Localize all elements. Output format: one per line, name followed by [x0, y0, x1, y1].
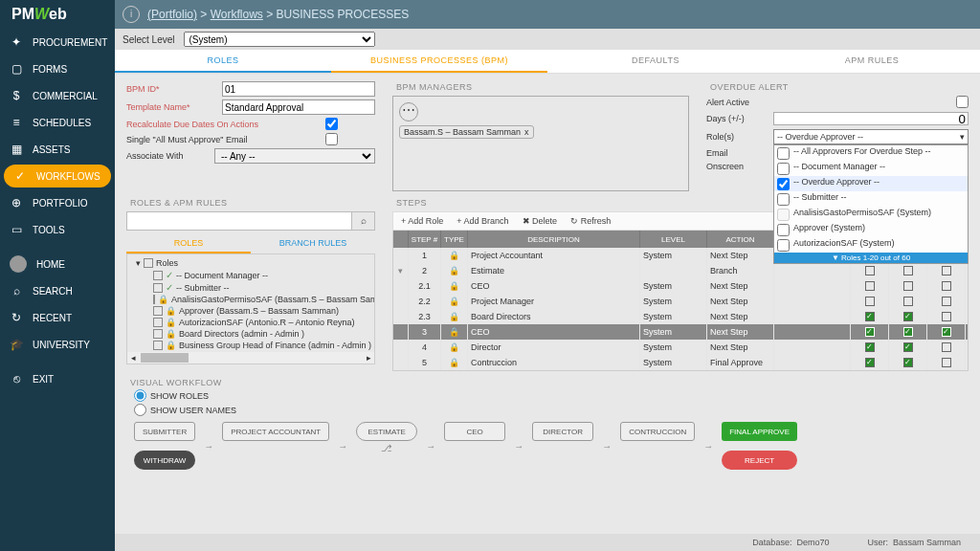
- arrow-icon: →: [425, 441, 436, 452]
- show-roles-radio[interactable]: [134, 389, 146, 402]
- nav-exit[interactable]: ⎋EXIT: [0, 365, 115, 392]
- info-icon[interactable]: i: [122, 6, 140, 23]
- nav-search[interactable]: ⌕SEARCH: [0, 277, 115, 304]
- roles-option[interactable]: AnalisisGastoPermisoSAF (System): [774, 207, 968, 222]
- nav-tools[interactable]: ▭TOOLS: [0, 216, 115, 243]
- list-icon: ≡: [10, 116, 23, 129]
- nav-portfolio[interactable]: ⊕PORTFOLIO: [0, 189, 115, 216]
- days-label: Days (+/-): [706, 114, 773, 123]
- steps-legend: STEPS: [392, 198, 431, 208]
- lock-icon: 🔒: [166, 329, 176, 339]
- bpm-managers-picker-button[interactable]: ⋯: [399, 102, 418, 121]
- bpm-id-input[interactable]: [222, 81, 375, 97]
- flow-node-withdraw[interactable]: WITHDRAW: [134, 451, 195, 470]
- table-row[interactable]: 2.2🔒Project ManagerSystemNext Step: [393, 294, 968, 309]
- table-row[interactable]: ▾2🔒EstimateBranch: [393, 263, 968, 278]
- tree-scrollbar[interactable]: ◂▸: [127, 352, 374, 364]
- breadcrumb-workflows[interactable]: Workflows: [211, 8, 263, 21]
- flow-node-ceo[interactable]: CEO: [444, 422, 505, 441]
- flow-node-reject[interactable]: REJECT: [722, 451, 797, 470]
- table-row[interactable]: 3🔒CEOSystemNext Step: [393, 324, 968, 340]
- tab-defaults[interactable]: DEFAULTS: [547, 50, 764, 73]
- nav-procurement[interactable]: ✦PROCUREMENT: [0, 29, 115, 55]
- workflow-diagram: SUBMITTER WITHDRAW → PROJECT ACCOUNTANT …: [126, 422, 969, 470]
- table-row[interactable]: 2.3🔒Board DirectorsSystemNext Step: [393, 309, 968, 324]
- tab-apm-rules[interactable]: APM RULES: [764, 50, 980, 73]
- tab-roles[interactable]: ROLES: [115, 50, 331, 73]
- nav-recent[interactable]: ↻RECENT: [0, 304, 115, 331]
- arrow-icon: →: [601, 441, 612, 452]
- flow-node-project-accountant[interactable]: PROJECT ACCOUNTANT: [222, 422, 329, 441]
- days-input[interactable]: [773, 112, 969, 125]
- flow-node-contruccion[interactable]: CONTRUCCION: [620, 422, 695, 441]
- roles-apm-legend: ROLES & APM RULES: [126, 198, 232, 208]
- arrow-icon: →: [702, 441, 714, 452]
- nav-schedules[interactable]: ≡SCHEDULES: [0, 109, 115, 136]
- arrow-icon: →: [203, 441, 214, 452]
- alert-active-checkbox[interactable]: [956, 96, 969, 108]
- recalc-checkbox[interactable]: [325, 118, 338, 130]
- table-row[interactable]: 5🔒ContruccionSystemFinal Approve: [393, 355, 968, 370]
- single-approve-checkbox[interactable]: [325, 133, 338, 145]
- check-icon: ✓: [13, 169, 27, 183]
- show-users-label: SHOW USER NAMES: [150, 406, 236, 415]
- add-role-button[interactable]: + Add Role: [395, 214, 449, 228]
- nav-workflows[interactable]: ✓WORKFLOWS: [4, 165, 111, 187]
- bpm-managers-box: ⋯ Bassam.S – Bassam Sammanx: [392, 96, 689, 191]
- alert-active-label: Alert Active: [706, 98, 773, 107]
- roles-option[interactable]: Approver (System): [774, 222, 968, 237]
- briefcase-icon: ▭: [10, 223, 23, 236]
- show-users-radio[interactable]: [134, 404, 146, 416]
- select-level-dropdown[interactable]: (System): [184, 32, 375, 47]
- check-icon: ✓: [166, 270, 173, 280]
- lock-icon: 🔒: [166, 306, 176, 316]
- lock-icon: 🔒: [166, 341, 176, 350]
- roles-option[interactable]: -- All Approvers For Overdue Step --: [774, 145, 968, 161]
- nav-home[interactable]: HOME: [0, 251, 115, 277]
- breadcrumb-portfolio[interactable]: (Portfolio): [147, 8, 197, 21]
- roles-search-button[interactable]: ⌕: [352, 211, 375, 231]
- flow-node-submitter[interactable]: SUBMITTER: [134, 422, 195, 441]
- template-name-input[interactable]: [222, 99, 375, 115]
- flow-node-final-approve[interactable]: FINAL APPROVE: [722, 422, 797, 441]
- roles-option[interactable]: -- Submitter --: [774, 191, 968, 207]
- logo: PMWeb: [0, 0, 115, 29]
- visual-workflow-legend: VISUAL WORKFLOW: [126, 378, 226, 387]
- nav-assets[interactable]: ▦ASSETS: [0, 136, 115, 163]
- roles-tab[interactable]: ROLES: [126, 234, 251, 253]
- clock-icon: ↻: [10, 311, 23, 324]
- refresh-button[interactable]: ↻ Refresh: [565, 214, 616, 228]
- overdue-alert-legend: OVERDUE ALERT: [706, 82, 792, 92]
- grad-icon: 🎓: [10, 338, 23, 351]
- email-label: Email: [706, 148, 773, 158]
- roles-tree[interactable]: ▾Roles ✓-- Document Manager -- ✓-- Submi…: [126, 253, 375, 364]
- flow-node-estimate[interactable]: ESTIMATE: [356, 422, 417, 441]
- delete-button[interactable]: ✖ Delete: [517, 214, 564, 228]
- roles-option[interactable]: -- Document Manager --: [774, 161, 968, 176]
- roles-search-input[interactable]: [126, 211, 352, 231]
- chip-remove-icon[interactable]: x: [524, 127, 529, 137]
- roles-dropdown[interactable]: -- Overdue Approver --▾ -- All Approvers…: [773, 129, 969, 144]
- show-roles-label: SHOW ROLES: [150, 391, 209, 401]
- roles-option[interactable]: -- Overdue Approver --: [774, 176, 968, 191]
- table-row[interactable]: 4🔒DirectorSystemNext Step: [393, 340, 968, 355]
- associate-with-select[interactable]: -- Any --: [214, 148, 375, 164]
- search-icon: ⌕: [10, 284, 23, 298]
- add-branch-button[interactable]: + Add Branch: [451, 214, 514, 228]
- tab-bpm[interactable]: BUSINESS PROCESSES (BPM): [331, 50, 547, 73]
- dollar-icon: $: [10, 89, 23, 102]
- sidebar: ✦PROCUREMENT ▢FORMS $COMMERCIAL ≡SCHEDUL…: [0, 29, 115, 551]
- collapse-icon[interactable]: ▾: [136, 258, 141, 268]
- nav-commercial[interactable]: $COMMERCIAL: [0, 82, 115, 109]
- arrow-icon: →: [513, 441, 524, 452]
- roles-option[interactable]: AutorizacionSAF (System): [774, 237, 968, 253]
- onscreen-label: Onscreen: [706, 162, 773, 171]
- nav-university[interactable]: 🎓UNIVERSITY: [0, 331, 115, 358]
- nav-forms[interactable]: ▢FORMS: [0, 55, 115, 82]
- flow-node-director[interactable]: DIRECTOR: [532, 422, 593, 441]
- file-icon: ▢: [10, 62, 23, 76]
- roles-label: Role(s): [706, 132, 773, 142]
- table-row[interactable]: 2.1🔒CEOSystemNext Step: [393, 278, 968, 294]
- branch-rules-tab[interactable]: BRANCH RULES: [251, 234, 375, 253]
- bpm-managers-legend: BPM MANAGERS: [392, 82, 477, 92]
